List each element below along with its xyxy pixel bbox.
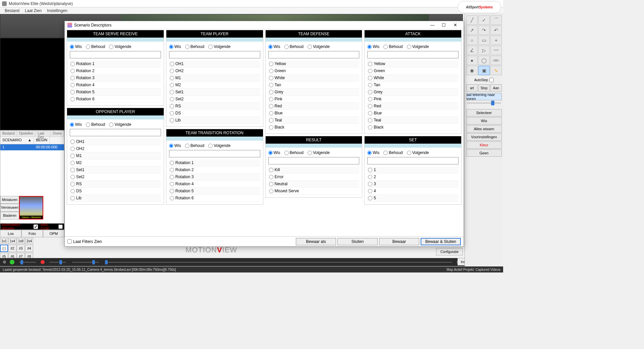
bewaar-sluiten-button[interactable]: Bewaar & Sluiten	[421, 238, 461, 245]
tool-ring-icon[interactable]: ◉	[466, 66, 478, 75]
option-row[interactable]: M1	[169, 74, 260, 82]
dialog-close[interactable]: ✕	[449, 22, 461, 28]
radio-volgende[interactable]: Volgende	[109, 44, 131, 49]
filter-input[interactable]	[367, 51, 459, 58]
option-row[interactable]: M2	[169, 82, 260, 89]
option-row[interactable]: M1	[70, 152, 161, 159]
radio-wis[interactable]: Wis	[70, 122, 82, 127]
radio-wis[interactable]: Wis	[70, 44, 82, 49]
radio-behoud[interactable]: Behoud	[383, 150, 402, 155]
geen-button[interactable]: Geen	[466, 149, 502, 157]
grid-1x1[interactable]: 1x1	[0, 238, 8, 244]
option-row[interactable]: OH1	[70, 138, 161, 145]
tool-ellipse-icon[interactable]: ◯	[478, 56, 490, 65]
option-row[interactable]: Set2	[169, 96, 260, 103]
settings-icon[interactable]: ⚙	[3, 260, 6, 264]
option-row[interactable]: Red	[367, 103, 459, 110]
option-row[interactable]: Blue	[268, 110, 360, 117]
thumbnail[interactable]	[19, 196, 43, 219]
option-row[interactable]: Rotation 4	[70, 82, 161, 89]
autostep-checkbox[interactable]	[489, 78, 494, 82]
timeline-slider[interactable]	[105, 262, 452, 263]
option-row[interactable]: RS	[70, 181, 161, 188]
radio-volgende[interactable]: Volgende	[109, 122, 131, 127]
option-row[interactable]: Blue	[367, 110, 459, 117]
option-row[interactable]: 5	[367, 195, 459, 202]
record-button[interactable]	[41, 260, 45, 264]
option-row[interactable]: OH2	[70, 145, 161, 152]
radio-behoud[interactable]: Behoud	[86, 122, 105, 127]
radio-wis[interactable]: Wis	[367, 44, 379, 49]
tool-arc-icon[interactable]: ⌒	[490, 15, 502, 25]
radio-volgende[interactable]: Volgende	[407, 150, 429, 155]
option-row[interactable]: Red	[268, 103, 360, 110]
filter-input[interactable]	[268, 51, 360, 58]
radio-wis[interactable]: Wis	[367, 150, 379, 155]
option-row[interactable]: Rotation 2	[70, 67, 161, 74]
menu-laat-zien[interactable]: Laat Zien	[22, 8, 44, 14]
radio-volgende[interactable]: Volgende	[208, 44, 230, 49]
auto-cycle-checkbox[interactable]	[58, 225, 63, 229]
subtab-laat-zien[interactable]: Laat Zien	[36, 131, 51, 137]
tool-screen-icon[interactable]: ▣	[478, 66, 490, 75]
tool-tri-icon[interactable]: ▷	[478, 46, 490, 55]
option-row[interactable]: Error	[268, 173, 360, 181]
radio-wis[interactable]: Wis	[268, 150, 280, 155]
option-row[interactable]: Teal	[268, 117, 360, 124]
wis-button[interactable]: Wis	[466, 117, 502, 124]
menu-bestand[interactable]: Bestand	[2, 8, 22, 14]
option-row[interactable]: M2	[70, 159, 161, 166]
radio-behoud[interactable]: Behoud	[284, 150, 304, 155]
hdr-begin[interactable]: BEGIN	[34, 137, 50, 144]
tool-circle-icon[interactable]: ○	[466, 36, 478, 45]
option-row[interactable]: Set2	[70, 173, 161, 181]
option-row[interactable]: Rotation 6	[70, 96, 161, 103]
tool-line-icon[interactable]: ╱	[466, 15, 478, 25]
radio-behoud[interactable]: Behoud	[383, 44, 402, 49]
filter-input[interactable]	[367, 157, 459, 164]
option-row[interactable]: Green	[268, 67, 360, 74]
option-row[interactable]: Rotation 2	[169, 166, 260, 173]
grid-1x8[interactable]: 1x8	[17, 238, 25, 244]
option-row[interactable]: Rotation 3	[70, 74, 161, 82]
option-row[interactable]: Rotation 5	[70, 89, 161, 96]
alles-wissen-button[interactable]: Alles wissen	[466, 125, 502, 133]
option-row[interactable]: 3	[367, 181, 459, 188]
kleur-button[interactable]: Kleur	[466, 141, 502, 149]
bewaar-als-button[interactable]: Bewaar als	[296, 238, 336, 245]
hdr-scenario[interactable]: SCENARIO▲	[0, 137, 34, 144]
tab-opm[interactable]: OPM	[43, 230, 64, 237]
radio-wis[interactable]: Wis	[268, 44, 280, 49]
radio-behoud[interactable]: Behoud	[185, 44, 204, 49]
option-row[interactable]: Kill	[268, 166, 360, 173]
tool-sine-icon[interactable]: ∿	[490, 66, 502, 75]
option-row[interactable]: Rotation 1	[70, 60, 161, 67]
filter-input[interactable]	[169, 150, 260, 157]
option-row[interactable]: 2	[367, 173, 459, 181]
thumb-vernieuwen[interactable]: Vernieuwen	[0, 204, 19, 211]
tool-slider[interactable]	[467, 102, 501, 104]
auto-play-checkbox[interactable]	[34, 225, 38, 229]
radio-behoud[interactable]: Behoud	[185, 143, 204, 148]
option-row[interactable]: Grey	[268, 89, 360, 96]
option-row[interactable]: Rotation 6	[169, 195, 260, 202]
filter-input[interactable]	[169, 51, 260, 58]
option-row[interactable]: OH1	[169, 60, 260, 67]
option-row[interactable]: Rotation 5	[169, 188, 260, 195]
option-row[interactable]: Black	[268, 124, 360, 131]
option-row[interactable]: Teal	[367, 117, 459, 124]
bring-forward-button[interactable]: aal tekening naar voren	[466, 93, 502, 100]
option-row[interactable]: Neutral	[268, 181, 360, 188]
grid-1x4[interactable]: 1x4	[8, 238, 16, 244]
tool-curve-icon[interactable]: ↷	[478, 26, 490, 35]
option-row[interactable]: 4	[367, 188, 459, 195]
tool-text-icon[interactable]: ABC	[490, 56, 502, 65]
tool-wave-icon[interactable]: 〰	[490, 46, 502, 55]
filter-input[interactable]	[268, 157, 360, 164]
option-row[interactable]: Set1	[70, 166, 161, 173]
option-row[interactable]: Pink	[367, 96, 459, 103]
voorinstellingen-button[interactable]: Voorinstellingen	[466, 133, 502, 141]
tab-los[interactable]: Los	[0, 230, 21, 237]
thumb-miniaturen[interactable]: Miniaturen	[0, 196, 19, 204]
option-row[interactable]: White	[367, 74, 459, 82]
